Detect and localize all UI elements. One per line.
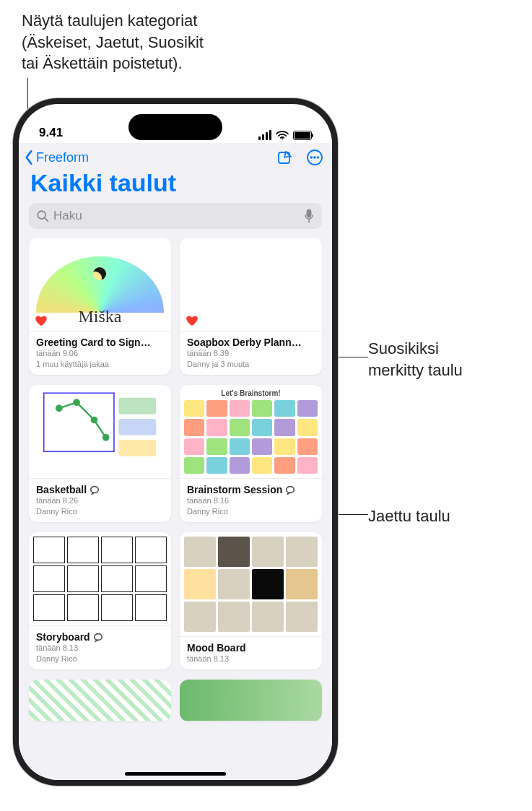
board-card[interactable]: Storyboard tänään 8.13 Danny Rico bbox=[29, 532, 171, 669]
svg-rect-7 bbox=[307, 209, 311, 217]
board-meta: Basketball tänään 8.26 Danny Rico bbox=[29, 479, 171, 522]
board-title: Brainstorm Session bbox=[187, 484, 282, 495]
thumb-brainstorm-title: Let's Brainstorm! bbox=[221, 389, 280, 397]
callout-shared: Jaettu taulu bbox=[368, 506, 450, 527]
favorite-heart-icon bbox=[186, 315, 199, 326]
board-title: Basketball bbox=[36, 484, 87, 495]
board-title: Mood Board bbox=[187, 642, 246, 654]
home-indicator[interactable] bbox=[125, 772, 226, 776]
board-time: tänään 8.26 bbox=[36, 495, 164, 506]
nav-bar: Freeform bbox=[19, 143, 332, 168]
compose-icon bbox=[276, 149, 293, 166]
board-thumbnail: Miška bbox=[29, 238, 171, 331]
board-time: tänään 9.06 bbox=[36, 348, 164, 358]
svg-point-6 bbox=[38, 211, 45, 219]
board-thumbnail bbox=[29, 532, 171, 626]
shared-icon bbox=[93, 632, 103, 642]
thumb-script-text: Miška bbox=[79, 307, 122, 326]
svg-rect-15 bbox=[118, 440, 156, 456]
board-time: tänään 8.39 bbox=[187, 348, 315, 358]
board-time: tänään 8.16 bbox=[187, 495, 315, 506]
search-field[interactable]: Haku bbox=[29, 203, 322, 229]
search-icon bbox=[36, 209, 49, 222]
svg-point-3 bbox=[310, 157, 313, 159]
board-time: tänään 8.13 bbox=[36, 643, 164, 653]
board-meta: Mood Board tänään 8.13 bbox=[180, 637, 322, 669]
board-thumbnail bbox=[180, 532, 322, 637]
board-subline: 1 muu käyttäjä jakaa bbox=[36, 359, 164, 369]
shared-icon bbox=[90, 485, 100, 495]
chevron-left-icon bbox=[23, 149, 35, 165]
board-card-peek[interactable] bbox=[180, 680, 322, 721]
board-thumbnail bbox=[29, 680, 171, 721]
board-thumbnail: Let's Brainstorm! bbox=[180, 385, 322, 479]
phone-screen: 9.41 Freeform bbox=[19, 104, 332, 780]
battery-icon bbox=[293, 131, 312, 140]
cell-signal-icon bbox=[258, 130, 271, 140]
dynamic-island bbox=[128, 114, 222, 140]
board-meta: Brainstorm Session tänään 8.16 Danny Ric… bbox=[180, 479, 322, 522]
shared-icon bbox=[285, 485, 295, 495]
wifi-icon bbox=[276, 130, 289, 140]
board-meta: Soapbox Derby Plann… tänään 8.39 Danny j… bbox=[180, 331, 322, 375]
board-title: Storyboard bbox=[36, 631, 90, 643]
svg-rect-13 bbox=[118, 398, 156, 415]
board-card-peek[interactable] bbox=[29, 680, 171, 721]
board-time: tänään 8.13 bbox=[187, 654, 315, 664]
phone-frame: 9.41 Freeform bbox=[13, 98, 338, 786]
board-subline: Danny Rico bbox=[187, 506, 315, 516]
board-subline: Danny Rico bbox=[36, 654, 164, 664]
svg-point-5 bbox=[317, 157, 319, 159]
board-subline: Danny Rico bbox=[36, 506, 164, 516]
board-subline: Danny ja 3 muuta bbox=[187, 359, 315, 369]
board-thumbnail bbox=[180, 238, 322, 331]
mic-icon bbox=[303, 209, 315, 223]
status-time: 9.41 bbox=[39, 126, 63, 140]
svg-rect-14 bbox=[118, 419, 156, 435]
board-title: Soapbox Derby Plann… bbox=[187, 337, 302, 348]
favorite-heart-icon bbox=[35, 315, 48, 326]
board-thumbnail bbox=[180, 680, 322, 721]
search-placeholder: Haku bbox=[53, 209, 299, 223]
board-card[interactable]: Mood Board tänään 8.13 bbox=[180, 532, 322, 669]
svg-point-0 bbox=[282, 139, 283, 140]
board-card[interactable]: Let's Brainstorm! Brainstorm Session bbox=[180, 385, 322, 522]
board-meta: Greeting Card to Sign… tänään 9.06 1 muu… bbox=[29, 331, 171, 375]
svg-point-4 bbox=[314, 157, 316, 159]
board-card[interactable]: Soapbox Derby Plann… tänään 8.39 Danny j… bbox=[180, 238, 322, 375]
callout-categories: Näytä taulujen kategoriat (Äskeiset, Jae… bbox=[22, 10, 204, 74]
callout-favorite: Suosikiksi merkitty taulu bbox=[368, 338, 463, 381]
board-title: Greeting Card to Sign… bbox=[36, 337, 151, 348]
new-board-button[interactable] bbox=[276, 149, 293, 166]
back-label: Freeform bbox=[36, 150, 89, 165]
status-right bbox=[258, 130, 312, 140]
app-content: Freeform bbox=[19, 143, 332, 780]
board-card[interactable]: Basketball tänään 8.26 Danny Rico bbox=[29, 385, 171, 522]
more-button[interactable] bbox=[306, 149, 323, 166]
board-meta: Storyboard tänään 8.13 Danny Rico bbox=[29, 626, 171, 669]
back-button[interactable]: Freeform bbox=[23, 149, 89, 165]
page-title: Kaikki taulut bbox=[19, 168, 332, 201]
ellipsis-circle-icon bbox=[306, 149, 323, 166]
boards-grid: Miška Greeting Card to Sign… tänään 9.06… bbox=[19, 238, 332, 780]
board-thumbnail bbox=[29, 385, 171, 479]
board-card[interactable]: Miška Greeting Card to Sign… tänään 9.06… bbox=[29, 238, 171, 375]
